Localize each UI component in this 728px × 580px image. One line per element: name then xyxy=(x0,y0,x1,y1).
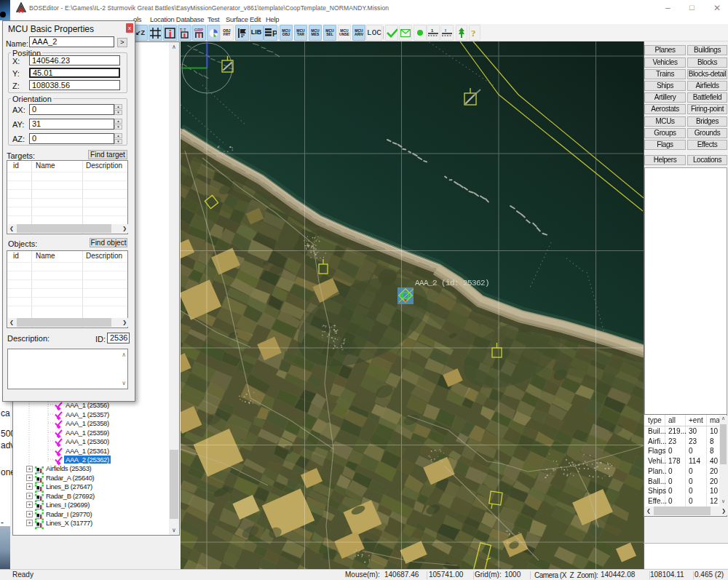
svg-text:↙Z: ↙Z xyxy=(135,29,146,36)
svg-text:?: ? xyxy=(471,28,476,39)
svg-text:T·T: T·T xyxy=(180,28,186,32)
svg-text:AAA_2 (id: 25362): AAA_2 (id: 25362) xyxy=(415,279,489,287)
svg-text:!: ! xyxy=(445,28,446,33)
svg-text:GRP: GRP xyxy=(194,28,203,32)
svg-text:1: 1 xyxy=(431,28,434,33)
svg-text:P: P xyxy=(272,29,277,38)
